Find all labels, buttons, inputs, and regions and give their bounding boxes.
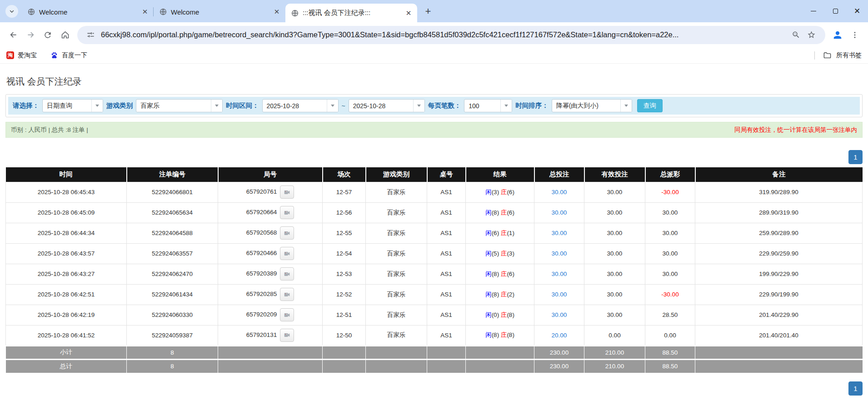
- result-player: 闲: [485, 291, 492, 298]
- sort-select[interactable]: 降幂(由大到小): [552, 99, 632, 112]
- folder-icon: [823, 51, 832, 60]
- result-banker: 庄: [501, 250, 507, 257]
- cell-session: 12-52: [323, 284, 366, 305]
- close-icon[interactable]: ✕: [846, 0, 868, 22]
- video-replay-button[interactable]: [280, 226, 294, 240]
- result-player: 闲: [485, 250, 492, 257]
- cell-session: 12-50: [323, 325, 366, 346]
- cell-session: 12-53: [323, 264, 366, 284]
- chevron-down-icon[interactable]: [91, 100, 103, 112]
- video-replay-button[interactable]: [280, 267, 294, 281]
- pagination-bottom: 1: [5, 381, 863, 396]
- forward-icon[interactable]: [22, 26, 39, 44]
- cell-game-type: 百家乐: [366, 243, 427, 264]
- video-replay-button[interactable]: [280, 247, 294, 260]
- cell-game-type: 百家乐: [366, 182, 427, 202]
- home-icon[interactable]: [56, 26, 74, 44]
- minimize-icon[interactable]: [803, 0, 824, 22]
- video-replay-button[interactable]: [280, 308, 294, 321]
- search-button[interactable]: 查询: [637, 99, 663, 112]
- cell-time: 2025-10-28 06:45:43: [6, 182, 127, 202]
- date-to-input[interactable]: 2025-10-28: [349, 99, 425, 112]
- bookmark-taobao[interactable]: 淘 爱淘宝: [6, 51, 37, 60]
- cell-time: 2025-10-28 06:44:34: [6, 223, 127, 243]
- column-header: 结果: [466, 167, 534, 182]
- table-row: 2025-10-28 06:44:34522924064588657920568…: [6, 223, 863, 243]
- total-bet-link[interactable]: 30.00: [552, 291, 567, 298]
- new-tab-button[interactable]: +: [421, 4, 435, 19]
- tab-search-button[interactable]: [5, 5, 18, 18]
- browser-tab-2[interactable]: Welcome ✕: [154, 4, 285, 20]
- summary-cell: [218, 359, 323, 373]
- total-bet-link[interactable]: 30.00: [552, 209, 567, 216]
- cell-round-id: 657920389: [218, 264, 323, 284]
- cell-bet-id: 522924060330: [127, 305, 218, 325]
- query-type-select[interactable]: 日期查询: [42, 99, 103, 112]
- total-bet-link[interactable]: 30.00: [552, 250, 567, 257]
- video-replay-button[interactable]: [280, 206, 294, 219]
- tab-close-icon[interactable]: ✕: [273, 8, 281, 16]
- bookmark-label: 百度一下: [62, 51, 87, 60]
- cell-table-no: AS1: [427, 243, 466, 264]
- globe-icon: [159, 8, 167, 16]
- zoom-icon[interactable]: [788, 27, 803, 43]
- bookmark-baidu[interactable]: 百度一下: [50, 51, 87, 60]
- bookmark-star-icon[interactable]: [803, 27, 819, 43]
- cell-valid-bet: 30.00: [584, 182, 645, 202]
- chevron-down-icon[interactable]: [211, 100, 222, 112]
- video-replay-button[interactable]: [280, 288, 294, 301]
- chevron-down-icon[interactable]: [620, 100, 632, 112]
- video-replay-button[interactable]: [280, 185, 294, 199]
- total-bet-link[interactable]: 20.00: [552, 332, 567, 339]
- menu-icon[interactable]: [846, 26, 863, 44]
- total-bet-link[interactable]: 30.00: [552, 189, 567, 195]
- maximize-icon[interactable]: [824, 0, 846, 22]
- browser-tab-active[interactable]: :::视讯 会员下注纪录::: ✕: [285, 4, 417, 22]
- page-1-button[interactable]: 1: [848, 381, 863, 396]
- tab-close-icon[interactable]: ✕: [141, 8, 149, 16]
- cell-bet-id: 522924061434: [127, 284, 218, 305]
- result-player: 闲: [485, 271, 492, 277]
- game-type-select[interactable]: 百家乐: [136, 99, 223, 112]
- cell-valid-bet: 30.00: [584, 305, 645, 325]
- summary-cell: 210.00: [584, 346, 645, 359]
- cell-session: 12-51: [323, 305, 366, 325]
- notice-text: 同局有效投注，统一计算在该局第一张注单内: [734, 126, 857, 134]
- cell-payout: 30.00: [645, 223, 695, 243]
- table-row: 2025-10-28 06:41:52522924059387657920131…: [6, 325, 863, 346]
- address-bar[interactable]: 66cxkj98.com/ipl/portal.php/game/betreco…: [77, 26, 825, 44]
- cell-table-no: AS1: [427, 223, 466, 243]
- back-icon[interactable]: [5, 26, 22, 44]
- result-banker: 庄: [501, 189, 507, 195]
- chevron-down-icon[interactable]: [500, 100, 512, 112]
- page-size-select[interactable]: 100: [464, 99, 512, 112]
- table-foot: 小计8230.00210.0088.50总计8230.00210.0088.50: [6, 346, 863, 373]
- total-bet-link[interactable]: 30.00: [552, 271, 567, 277]
- video-icon: [284, 250, 291, 257]
- tab-close-icon[interactable]: ✕: [404, 9, 413, 17]
- column-header: 注单编号: [127, 167, 218, 182]
- tab-title: Welcome: [39, 8, 137, 16]
- cell-table-no: AS1: [427, 264, 466, 284]
- page-1-button[interactable]: 1: [848, 150, 863, 164]
- cell-game-type: 百家乐: [366, 202, 427, 223]
- date-from-input[interactable]: 2025-10-28: [262, 99, 339, 112]
- total-bet-link[interactable]: 30.00: [552, 311, 567, 318]
- total-bet-link[interactable]: 30.00: [552, 230, 567, 236]
- cell-table-no: AS1: [427, 202, 466, 223]
- browser-tab-1[interactable]: Welcome ✕: [22, 4, 154, 20]
- url-text[interactable]: 66cxkj98.com/ipl/portal.php/game/betreco…: [101, 30, 788, 39]
- column-header: 备注: [695, 167, 863, 182]
- chevron-down-icon: [9, 8, 15, 15]
- chevron-down-icon[interactable]: [413, 100, 424, 112]
- column-header: 场次: [323, 167, 366, 182]
- all-bookmarks-button[interactable]: 所有书签: [836, 51, 862, 60]
- cell-result: 闲(6) 庄(1): [466, 223, 534, 243]
- cell-payout: 30.00: [645, 243, 695, 264]
- profile-avatar-icon[interactable]: [829, 26, 846, 44]
- video-replay-button[interactable]: [280, 329, 294, 342]
- reload-icon[interactable]: [39, 26, 56, 44]
- site-settings-icon[interactable]: [84, 28, 97, 42]
- cell-game-type: 百家乐: [366, 264, 427, 284]
- chevron-down-icon[interactable]: [327, 100, 338, 112]
